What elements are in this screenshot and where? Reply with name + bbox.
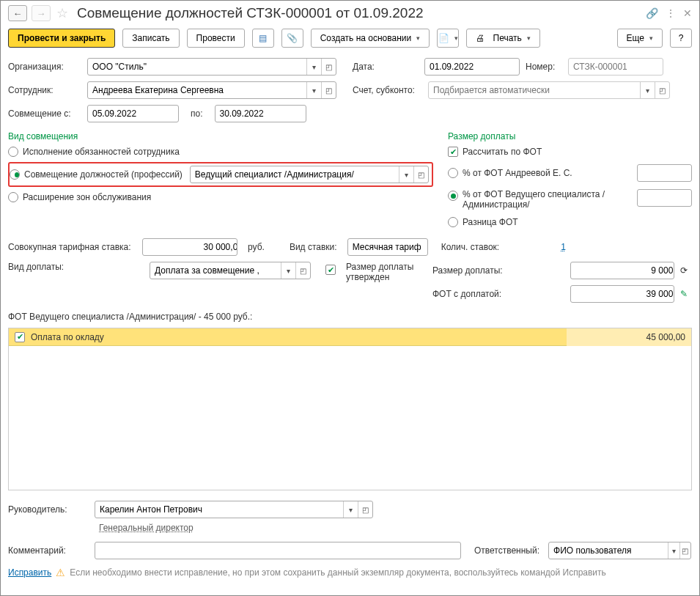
check-calc-fot[interactable]: ✔ Рассчитать по ФОТ: [441, 143, 699, 161]
date-input[interactable]: 📅: [424, 58, 520, 76]
paperclip-icon: 📎: [287, 33, 298, 43]
open-icon[interactable]: ◰: [321, 82, 336, 98]
pay-type-input[interactable]: ▾ ◰: [150, 262, 311, 279]
kind-section-label: Вид совмещения: [1, 125, 441, 143]
favorite-star-icon[interactable]: ☆: [55, 5, 70, 21]
pay-section-label: Размер доплаты: [441, 125, 699, 143]
stake-count-label: Колич. ставок:: [434, 242, 504, 252]
from-input[interactable]: 📅: [87, 105, 179, 122]
radio-duties[interactable]: Исполнение обязанностей сотрудника: [1, 143, 441, 161]
fot-with-input[interactable]: ▦: [570, 285, 674, 303]
menu-dots-icon[interactable]: ⋮: [666, 7, 676, 19]
row-check-icon[interactable]: ✔: [15, 332, 25, 342]
account-input[interactable]: ▾ ◰: [428, 81, 670, 99]
chevron-down-icon[interactable]: ▾: [668, 542, 679, 559]
open-icon[interactable]: ◰: [679, 542, 691, 559]
pct2-input[interactable]: ▦: [637, 189, 692, 207]
rate-label: Совокупная тарифная ставка:: [8, 242, 136, 252]
write-button[interactable]: Записать: [122, 29, 179, 48]
help-button[interactable]: ?: [670, 29, 692, 48]
stake-count-link[interactable]: 1: [509, 242, 566, 252]
warn-text: Если необходимо внести исправление, но п…: [70, 567, 606, 578]
create-on-basis-button[interactable]: Создать на основании▾: [311, 29, 430, 48]
rate-input[interactable]: [142, 238, 237, 256]
more-button[interactable]: Еще▾: [617, 29, 663, 48]
arrow-right-icon: →: [37, 8, 46, 19]
radio-icon[interactable]: [10, 169, 20, 180]
pay-approved-check[interactable]: ✔: [325, 265, 336, 275]
print-button[interactable]: 🖨 Печать▾: [466, 29, 540, 48]
movements-button[interactable]: ▤: [252, 29, 274, 48]
nav-back-button[interactable]: ←: [8, 5, 27, 21]
chevron-down-icon[interactable]: ▾: [281, 262, 295, 279]
attach-button[interactable]: 📎: [281, 29, 303, 48]
radio-icon: [8, 147, 18, 157]
chevron-down-icon: ▾: [454, 34, 458, 42]
number-input[interactable]: [568, 58, 663, 76]
chevron-down-icon: ▾: [416, 34, 420, 42]
chevron-down-icon[interactable]: ▾: [640, 82, 655, 98]
rate-kind-label: Вид ставки:: [275, 242, 342, 252]
pay-approved-label: Размер доплаты утвержден: [346, 262, 427, 282]
responsible-input[interactable]: ▾ ◰: [548, 542, 691, 559]
fix-link[interactable]: Исправить: [8, 567, 51, 578]
chevron-down-icon[interactable]: ▾: [343, 501, 358, 518]
receipt-icon: ▤: [259, 33, 267, 43]
row-name: Оплата по окладу: [31, 332, 104, 342]
fot-line-label: ФОТ Ведущего специалиста /Администрация/…: [1, 306, 699, 325]
open-icon[interactable]: ◰: [655, 82, 669, 98]
radio-diff-fot[interactable]: Разница ФОТ: [441, 213, 699, 231]
radio-zones[interactable]: Расширение зон обслуживания: [1, 188, 441, 206]
manager-label: Руководитель:: [8, 504, 89, 515]
fot-with-label: ФОТ с доплатой:: [432, 289, 506, 299]
refresh-icon[interactable]: ⟳: [680, 265, 692, 276]
comment-input[interactable]: [95, 542, 461, 559]
chevron-down-icon[interactable]: ▾: [306, 59, 321, 75]
rub-label: руб.: [243, 242, 269, 252]
chevron-down-icon: ▾: [649, 34, 653, 42]
checkbox-icon: ✔: [448, 147, 458, 157]
manager-input[interactable]: ▾ ◰: [95, 501, 373, 518]
post-button[interactable]: Провести: [187, 29, 245, 48]
open-icon[interactable]: ◰: [321, 59, 336, 75]
pct1-input[interactable]: ▦: [637, 164, 692, 182]
link-icon[interactable]: 🔗: [646, 7, 658, 19]
chevron-down-icon[interactable]: ▾: [306, 82, 321, 98]
radio-positions-label[interactable]: Совмещение должностей (профессий): [24, 169, 183, 180]
from-label: Совмещение с:: [8, 108, 81, 119]
radio-pct-position[interactable]: % от ФОТ Ведущего специалиста /Администр…: [441, 185, 699, 213]
to-label: по:: [185, 108, 209, 119]
radio-icon: [448, 168, 458, 178]
org-input[interactable]: ▾ ◰: [87, 58, 336, 76]
radio-positions-highlighted: Совмещение должностей (профессий) ▾ ◰: [8, 162, 433, 187]
arrow-left-icon: ←: [13, 8, 23, 19]
employee-input[interactable]: ▾ ◰: [87, 81, 336, 99]
copy-button[interactable]: 📄▾: [437, 29, 459, 48]
pay-type-label: Вид доплаты:: [8, 262, 70, 272]
accruals-table[interactable]: ✔ Оплата по окладу 45 000,00: [8, 328, 692, 490]
chevron-down-icon: ▾: [527, 34, 531, 42]
chevron-down-icon[interactable]: ▾: [399, 166, 413, 183]
open-icon[interactable]: ◰: [413, 166, 428, 183]
comment-label: Комментарий:: [8, 545, 89, 556]
warning-icon: ⚠: [56, 567, 65, 578]
pay-amount-input[interactable]: ▦: [570, 262, 674, 279]
radio-pct-employee[interactable]: % от ФОТ Андреевой Е. С. ▦: [441, 161, 699, 185]
manager-position-link[interactable]: Генеральный директор: [90, 523, 194, 533]
nav-forward-button[interactable]: →: [32, 5, 51, 21]
radio-icon: [448, 217, 458, 227]
position-input[interactable]: ▾ ◰: [190, 166, 429, 183]
edit-icon[interactable]: ✎: [680, 289, 692, 299]
number-label: Номер:: [526, 62, 562, 72]
table-row[interactable]: ✔ Оплата по окладу 45 000,00: [9, 328, 691, 346]
pay-amount-label: Размер доплаты:: [432, 265, 506, 276]
post-and-close-button[interactable]: Провести и закрыть: [8, 29, 115, 48]
close-icon[interactable]: ✕: [683, 7, 692, 19]
open-icon[interactable]: ◰: [358, 501, 372, 518]
open-icon[interactable]: ◰: [295, 262, 310, 279]
copy-icon: 📄: [438, 33, 449, 43]
rate-kind-input[interactable]: [347, 238, 428, 256]
radio-icon: [8, 192, 18, 202]
date-label: Дата:: [353, 62, 382, 72]
to-input[interactable]: 📅: [215, 105, 306, 122]
